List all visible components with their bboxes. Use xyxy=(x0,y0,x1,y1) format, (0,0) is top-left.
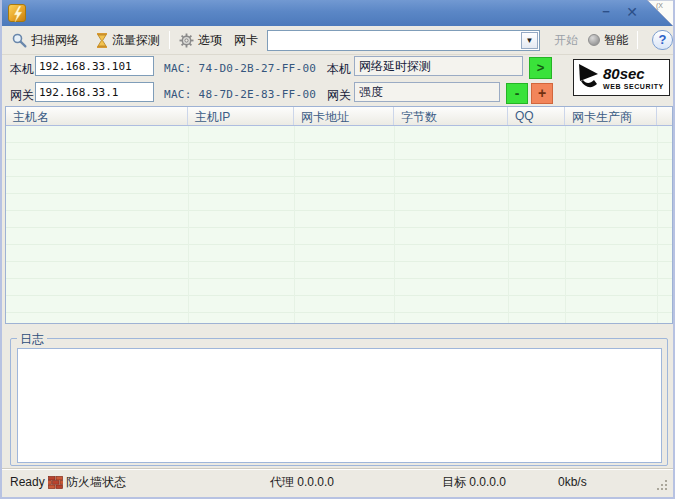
resize-grip[interactable] xyxy=(656,479,668,491)
traffic-probe-button[interactable]: 流量探测 xyxy=(93,30,163,51)
smart-icon xyxy=(588,34,600,46)
probe-local-label: 本机 xyxy=(327,61,351,78)
start-button[interactable]: 开始 xyxy=(554,32,578,49)
smart-button[interactable]: 智能 xyxy=(585,30,631,51)
probe-mode-field[interactable] xyxy=(354,56,523,76)
column-header-bytes[interactable]: 字节数 xyxy=(394,107,508,125)
toolbar-separator xyxy=(169,31,170,49)
help-button[interactable]: ? xyxy=(652,30,673,50)
app-window: − ✕ (X 扫描网络 流量探测 xyxy=(0,0,675,499)
table-header: 主机名 主机IP 网卡地址 字节数 QQ 网卡生产商 xyxy=(6,107,672,126)
column-header-host-ip[interactable]: 主机IP xyxy=(188,107,294,125)
toolbar: 扫描网络 流量探测 选项 网卡 xyxy=(2,26,673,55)
80sec-logo-icon xyxy=(578,64,600,91)
local-host-label: 本机 xyxy=(10,61,34,78)
column-header-filler xyxy=(657,107,672,125)
firewall-status-label: 防火墙状态 xyxy=(66,469,126,495)
probe-gateway-label: 网关 xyxy=(327,87,351,104)
run-probe-button[interactable]: > xyxy=(529,57,552,79)
table-grid-line xyxy=(394,126,395,323)
close-button[interactable]: ✕ xyxy=(621,3,643,21)
column-header-vendor[interactable]: 网卡生产商 xyxy=(565,107,657,125)
80sec-logo: 80sec WEB SECURITY xyxy=(573,59,670,96)
nic-combobox[interactable]: ▼ xyxy=(267,30,540,51)
proxy-status-text: 代理 0.0.0.0 xyxy=(270,469,334,495)
gateway-label: 网关 xyxy=(10,87,34,104)
options-button[interactable]: 选项 xyxy=(176,30,225,51)
magnifier-icon xyxy=(12,33,27,48)
titlebar: − ✕ (X xyxy=(0,0,675,26)
column-header-qq[interactable]: QQ xyxy=(508,107,565,125)
log-textbox[interactable] xyxy=(17,348,662,463)
gear-icon xyxy=(179,33,194,48)
app-icon xyxy=(8,4,26,22)
column-header-hostname[interactable]: 主机名 xyxy=(6,107,188,125)
combobox-arrow-icon[interactable]: ▼ xyxy=(521,32,538,49)
smart-label: 智能 xyxy=(604,32,628,49)
traffic-probe-label: 流量探测 xyxy=(112,32,160,49)
scan-network-label: 扫描网络 xyxy=(31,32,79,49)
increase-button[interactable]: + xyxy=(531,83,553,104)
logo-tagline: WEB SECURITY xyxy=(603,83,664,90)
corner-note-text: (X xyxy=(656,2,663,10)
firewall-icon xyxy=(48,476,63,489)
status-ready-text: Ready xyxy=(10,469,45,495)
hourglass-icon xyxy=(96,33,108,48)
table-grid-line xyxy=(508,126,509,323)
target-status-text: 目标 0.0.0.0 xyxy=(442,469,506,495)
minimize-button[interactable]: − xyxy=(595,3,617,21)
log-groupbox: 日志 xyxy=(10,338,668,466)
local-mac-text: MAC: 74-D0-2B-27-FF-00 xyxy=(164,62,316,75)
log-label: 日志 xyxy=(17,331,47,348)
statusbar: Ready 防火墙状态 代理 0.0.0.0 目标 0.0.0.0 0kb/s xyxy=(2,468,673,497)
decrease-button[interactable]: - xyxy=(506,83,528,104)
table-grid-line xyxy=(657,126,658,323)
table-grid-line xyxy=(565,126,566,323)
gateway-mac-text: MAC: 48-7D-2E-83-FF-00 xyxy=(164,88,316,101)
toolbar-separator-2 xyxy=(637,31,638,49)
table-grid-line xyxy=(188,126,189,323)
logo-name: 80sec xyxy=(603,66,664,81)
table-grid-line xyxy=(294,126,295,323)
speed-status-text: 0kb/s xyxy=(558,469,587,495)
local-ip-input[interactable] xyxy=(35,56,154,76)
options-label: 选项 xyxy=(198,32,222,49)
gateway-ip-input[interactable] xyxy=(35,82,154,102)
column-header-mac[interactable]: 网卡地址 xyxy=(294,107,394,125)
nic-label: 网卡 xyxy=(234,32,258,49)
lightning-icon xyxy=(11,6,25,22)
table-body[interactable] xyxy=(6,126,672,323)
scan-network-button[interactable]: 扫描网络 xyxy=(9,30,82,51)
strength-field[interactable] xyxy=(354,82,500,102)
host-table: 主机名 主机IP 网卡地址 字节数 QQ 网卡生产商 xyxy=(5,106,673,324)
